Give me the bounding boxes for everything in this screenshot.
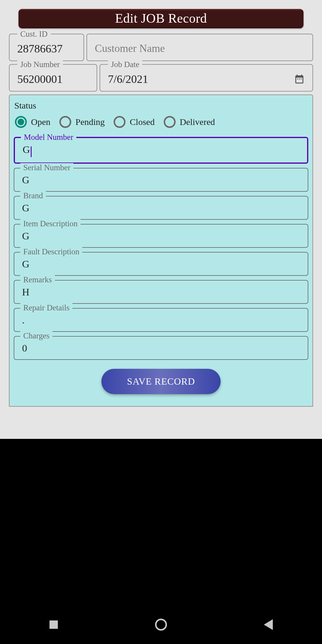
status-option-delivered[interactable]: Delivered <box>164 116 215 128</box>
status-radio-group: Open Pending Closed Delivered <box>15 116 307 128</box>
job-date-value: 7/6/2021 <box>108 72 294 86</box>
square-icon <box>49 620 58 629</box>
radio-icon <box>15 116 27 128</box>
status-option-closed[interactable]: Closed <box>114 116 154 128</box>
brand-value: G <box>22 202 300 214</box>
model-number-label: Model Number <box>21 133 76 142</box>
charges-value: 0 <box>22 343 300 354</box>
remarks-field[interactable]: Remarks H <box>14 280 308 304</box>
serial-number-value: G <box>22 174 300 186</box>
android-navbar <box>0 605 322 644</box>
job-date-field[interactable]: Job Date 7/6/2021 <box>100 64 313 92</box>
brand-field[interactable]: Brand G <box>14 196 308 220</box>
serial-number-field[interactable]: Serial Number G <box>14 168 308 192</box>
brand-label: Brand <box>20 191 46 200</box>
cust-id-value: 28786637 <box>17 42 76 55</box>
radio-label: Open <box>31 117 50 127</box>
customer-name-input[interactable] <box>95 42 305 55</box>
remarks-label: Remarks <box>20 275 55 284</box>
remarks-value: H <box>22 287 300 298</box>
job-date-label: Job Date <box>108 60 142 69</box>
item-description-field[interactable]: Item Description G <box>14 224 308 248</box>
text-cursor <box>31 146 32 157</box>
radio-label: Closed <box>130 117 154 127</box>
calendar-icon[interactable] <box>294 74 305 84</box>
item-description-value: G <box>22 230 300 242</box>
page-title: Edit JOB Record <box>18 11 304 26</box>
nav-back-button[interactable] <box>239 605 298 644</box>
circle-icon <box>155 619 167 631</box>
radio-label: Delivered <box>180 117 215 127</box>
serial-number-label: Serial Number <box>20 163 73 172</box>
radio-icon <box>114 116 126 128</box>
repair-details-field[interactable]: Repair Details . <box>14 308 308 332</box>
charges-label: Charges <box>20 331 52 340</box>
fault-description-label: Fault Description <box>20 247 82 256</box>
fault-description-field[interactable]: Fault Description G <box>14 252 308 276</box>
nav-recent-button[interactable] <box>24 605 83 644</box>
model-number-field[interactable]: Model Number G <box>14 137 308 164</box>
radio-label: Pending <box>75 117 105 127</box>
repair-details-value: . <box>22 315 300 326</box>
job-number-value: 56200001 <box>17 72 89 86</box>
model-number-value: G <box>23 144 30 155</box>
job-number-field[interactable]: Job Number 56200001 <box>9 64 97 92</box>
cust-id-label: Cust. ID <box>17 30 51 39</box>
radio-icon <box>164 116 176 128</box>
charges-field[interactable]: Charges 0 <box>14 336 308 360</box>
triangle-icon <box>264 619 273 630</box>
radio-icon <box>59 116 71 128</box>
status-option-pending[interactable]: Pending <box>59 116 105 128</box>
header-bar: Edit JOB Record <box>18 9 304 28</box>
item-description-label: Item Description <box>20 219 80 228</box>
save-record-button[interactable]: SAVE RECORD <box>101 369 221 394</box>
black-gap <box>0 439 322 605</box>
job-number-label: Job Number <box>17 60 63 69</box>
repair-details-label: Repair Details <box>20 303 72 312</box>
fault-description-value: G <box>22 258 300 270</box>
status-option-open[interactable]: Open <box>15 116 50 128</box>
status-label: Status <box>14 100 309 111</box>
details-panel: Status Open Pending Closed Delivered Mod… <box>9 95 313 407</box>
customer-name-field[interactable] <box>86 34 313 61</box>
cust-id-field[interactable]: Cust. ID 28786637 <box>9 34 84 61</box>
nav-home-button[interactable] <box>131 605 191 644</box>
